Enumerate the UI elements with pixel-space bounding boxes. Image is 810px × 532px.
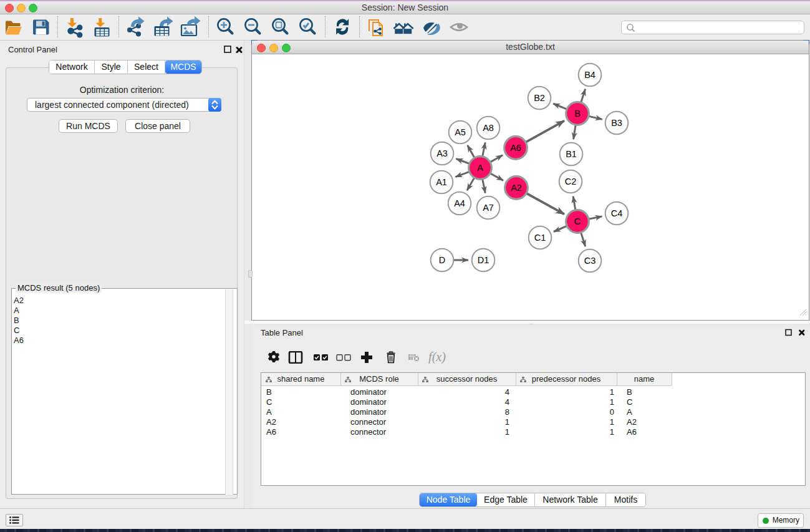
svg-text:A2: A2 bbox=[511, 183, 522, 193]
svg-text:C4: C4 bbox=[611, 208, 623, 218]
svg-text:A: A bbox=[477, 163, 483, 173]
svg-text:B2: B2 bbox=[534, 93, 545, 103]
svg-text:A8: A8 bbox=[483, 123, 494, 133]
svg-text:B1: B1 bbox=[566, 149, 577, 159]
svg-text:A5: A5 bbox=[455, 127, 466, 137]
svg-text:A1: A1 bbox=[436, 177, 447, 187]
svg-text:B4: B4 bbox=[584, 70, 595, 80]
svg-text:C1: C1 bbox=[534, 233, 546, 243]
svg-text:C: C bbox=[574, 216, 581, 226]
svg-text:C2: C2 bbox=[565, 177, 577, 186]
svg-text:D: D bbox=[439, 255, 445, 265]
svg-text:A3: A3 bbox=[436, 148, 448, 158]
svg-text:A4: A4 bbox=[454, 198, 465, 208]
svg-text:f(x): f(x) bbox=[428, 351, 446, 364]
svg-text:A7: A7 bbox=[483, 203, 494, 213]
svg-text:A6: A6 bbox=[510, 143, 521, 153]
svg-text:D1: D1 bbox=[478, 255, 489, 265]
svg-text:C3: C3 bbox=[584, 256, 596, 266]
svg-text:B: B bbox=[574, 109, 581, 118]
svg-text:B3: B3 bbox=[611, 118, 622, 128]
